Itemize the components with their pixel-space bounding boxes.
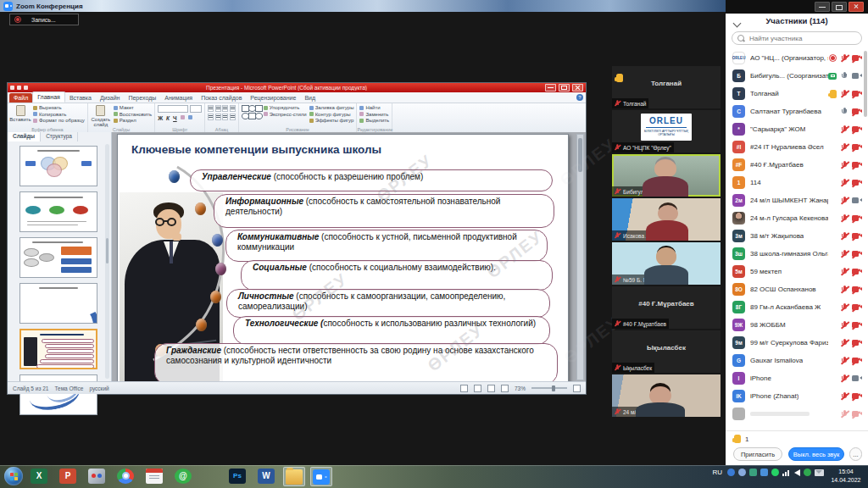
slide-thumbnail-1[interactable]: [19, 146, 97, 186]
shape-outline-button[interactable]: Контур фигуры: [309, 112, 354, 117]
save-icon[interactable]: [10, 86, 14, 90]
participant-row[interactable]: 9м 99 м/г Суеркулова Фариза: [726, 334, 868, 352]
start-button[interactable]: [4, 467, 23, 485]
participant-search-box[interactable]: [732, 31, 862, 45]
pane-tab-slides[interactable]: Слайды: [8, 132, 41, 141]
align-right-icon[interactable]: [222, 114, 228, 120]
tray-icon[interactable]: [727, 469, 735, 476]
find-button[interactable]: Найти: [359, 105, 389, 110]
participant-row[interactable]: 9Ж 98 ЖОББМ: [726, 316, 868, 334]
reading-view-icon[interactable]: [487, 385, 495, 392]
underline-button[interactable]: Ч: [173, 115, 177, 121]
reset-button[interactable]: Восстановить: [114, 112, 152, 117]
volume-icon[interactable]: [794, 469, 800, 476]
maximize-button[interactable]: [832, 2, 847, 12]
cut-button[interactable]: Вырезать: [33, 105, 85, 110]
zoom-slider[interactable]: [531, 387, 567, 389]
tab-file[interactable]: Файл: [9, 93, 32, 103]
participant-row[interactable]: #F #40 Ғ.Мұратбаев: [726, 156, 868, 174]
mail-tray-icon[interactable]: [815, 469, 824, 476]
tab-transitions[interactable]: Переходы: [124, 93, 160, 103]
font-name-box[interactable]: [158, 105, 188, 113]
video-tile-bibigul[interactable]: Бибигуль Жаукенова: [612, 154, 721, 197]
tab-insert[interactable]: Вставка: [65, 93, 96, 103]
numbering-icon[interactable]: [215, 105, 221, 112]
align-left-icon[interactable]: [208, 114, 214, 120]
align-center-icon[interactable]: [215, 114, 221, 120]
select-button[interactable]: Выделить: [359, 118, 389, 123]
justify-icon[interactable]: [230, 114, 236, 120]
participants-scrollbar[interactable]: [864, 51, 867, 117]
section-button[interactable]: Раздел: [114, 118, 152, 123]
taskbar-item-powerpoint[interactable]: P: [58, 467, 80, 486]
tray-icon[interactable]: [749, 469, 757, 476]
participant-row[interactable]: G Gauxar Ismailova: [726, 352, 868, 369]
tab-animation[interactable]: Анимация: [160, 93, 197, 103]
quick-styles-button[interactable]: Экспресс-стили: [264, 112, 307, 117]
participant-row[interactable]: 2м 24 м/л ШЫМКЕНТ Жанар Таст...: [726, 191, 868, 209]
italic-button[interactable]: К: [166, 115, 170, 121]
tab-view[interactable]: Вид: [300, 93, 320, 103]
close-button[interactable]: [572, 84, 583, 92]
more-options-button[interactable]: ...: [849, 447, 862, 461]
slideshow-view-icon[interactable]: [501, 385, 509, 392]
network-icon[interactable]: [782, 469, 791, 476]
language-indicator[interactable]: русский: [89, 385, 108, 391]
participant-row[interactable]: [726, 405, 868, 423]
participant-row[interactable]: Б Бибигуль... (Соорганизатор): [726, 67, 868, 85]
tab-slideshow[interactable]: Показ слайдов: [197, 93, 246, 103]
taskbar-item-zoom[interactable]: [310, 467, 332, 486]
taskbar-item-excel[interactable]: X: [29, 467, 51, 486]
slide-scrollbar[interactable]: [576, 134, 584, 380]
minimize-button[interactable]: [815, 2, 830, 12]
bold-button[interactable]: Ж: [158, 115, 163, 121]
search-input[interactable]: [748, 34, 856, 43]
video-tile-isakova[interactable]: Исакова Л.Т. дирек...: [612, 198, 721, 241]
video-tile-ykylasbek[interactable]: Ықыласбек Ықыласбек: [612, 330, 721, 373]
spacing-icon[interactable]: [230, 105, 236, 112]
participant-row[interactable]: * "Сарыарқа" ЖОМ: [726, 120, 868, 138]
participant-row[interactable]: 8О 82 ОСШ Оспанханов: [726, 280, 868, 298]
participant-row[interactable]: #I #24 IT Нұралиева Әсел: [726, 138, 868, 156]
tab-review[interactable]: Рецензирование: [246, 93, 300, 103]
undo-icon[interactable]: [17, 86, 21, 90]
tray-icon[interactable]: [760, 469, 768, 476]
slide-thumbnail-5-current[interactable]: [19, 329, 97, 369]
video-tile-momyshuly[interactable]: №59 Б. Момышұлы ...: [612, 242, 721, 285]
taskbar-item-media[interactable]: [86, 467, 108, 486]
slide-thumbnail-3[interactable]: [19, 237, 97, 278]
video-tile-orleu[interactable]: ORLEU БІЛІКТІЛІКТІ АРТТЫРУ ҰЛТТЫҚ ОРТАЛЫ…: [612, 110, 721, 152]
layout-button[interactable]: Макет: [114, 105, 152, 110]
participant-row[interactable]: 5м 59 мектеп: [726, 263, 868, 280]
video-tile-muratbaev[interactable]: #40 Ғ.Мұратбаев #40 Ғ.Мұратбаев: [612, 286, 721, 329]
maximize-button[interactable]: [559, 84, 570, 92]
invite-button[interactable]: Пригласить: [733, 447, 782, 461]
video-tile-tolganay[interactable]: Толганай Толганай: [612, 66, 721, 108]
font-size-box[interactable]: [190, 105, 202, 113]
taskbar-item-photoshop[interactable]: Ps: [227, 467, 249, 486]
minimize-button[interactable]: [545, 84, 556, 92]
participant-row[interactable]: Т Толганай: [726, 85, 868, 103]
video-tile-shymkent[interactable]: 24 м/л ШЫМКЕНТ Ж...: [612, 374, 721, 417]
normal-view-icon[interactable]: [460, 385, 468, 392]
participant-row[interactable]: 8Г 89 Гм-л Асканбаева Ж: [726, 298, 868, 316]
sorter-view-icon[interactable]: [474, 385, 481, 392]
copy-button[interactable]: Копировать: [33, 112, 85, 117]
recording-indicator[interactable]: Запись...: [9, 14, 79, 25]
pane-scrollbar[interactable]: [105, 144, 109, 379]
taskbar-item-mailru[interactable]: @: [173, 467, 195, 486]
bullets-icon[interactable]: [208, 105, 214, 112]
font-color-icon[interactable]: [181, 115, 185, 119]
participant-row[interactable]: 3м 38 м/т Жақыпова: [726, 227, 868, 245]
shapes-gallery[interactable]: [242, 105, 261, 119]
paste-button[interactable]: Вставить: [10, 105, 31, 122]
participant-row[interactable]: iK iPhone (Zhanat): [726, 387, 868, 405]
participant-row[interactable]: 1 114: [726, 174, 868, 191]
slide-thumbnail-4[interactable]: [19, 283, 97, 324]
highlight-icon[interactable]: [188, 115, 192, 119]
format-painter-button[interactable]: Формат по образцу: [33, 118, 85, 123]
close-icon[interactable]: [849, 2, 864, 12]
slide-thumbnail-2[interactable]: [19, 191, 97, 232]
indent-icon[interactable]: [222, 105, 228, 112]
tab-home[interactable]: Главная: [32, 92, 65, 103]
